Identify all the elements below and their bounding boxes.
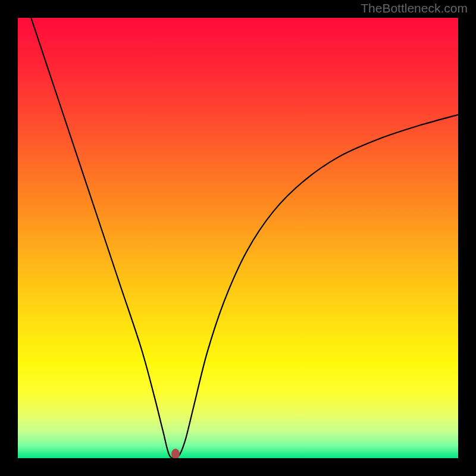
optimum-marker [171, 449, 180, 458]
attribution-text: TheBottleneck.com [361, 1, 468, 15]
plot-area [18, 18, 458, 458]
bottleneck-curve [18, 18, 458, 458]
